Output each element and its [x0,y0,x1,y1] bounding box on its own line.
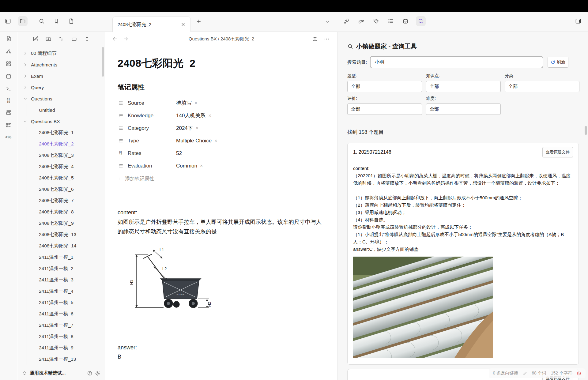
edit-mode-pencil-icon[interactable] [522,371,527,376]
checklist-icon[interactable] [6,122,12,128]
new-folder-icon[interactable] [45,36,51,42]
filter-select[interactable]: 全部 [426,103,501,115]
bookmarks-icon[interactable] [53,18,59,24]
calendar-icon[interactable] [6,73,12,79]
panel-scrollbar[interactable] [585,126,587,135]
Type[interactable]: 0110 Type Multiple Choice × [118,134,326,147]
refresh-button[interactable]: 刷新 [548,57,568,68]
tree-item[interactable]: 2411温州一模_3 [17,274,105,286]
tree-item[interactable]: 2411温州一模_4 [17,286,105,297]
tree-item[interactable]: 2411温州一模_1 [17,252,105,263]
help-icon[interactable] [87,371,92,376]
vault-switcher-icon[interactable] [22,371,27,376]
tree-item[interactable]: Questions [17,93,105,104]
filter-select[interactable]: 全部 [505,81,579,92]
tree-item[interactable]: 2408七彩阳光_5 [17,172,105,184]
tree-item[interactable]: 2408七彩阳光_1 [17,127,105,138]
tree-item[interactable]: 2408七彩阳光_3 [17,150,105,161]
left-sidebar-toggle-icon[interactable] [5,18,11,24]
tree-item[interactable]: 2408七彩阳光_7 [17,195,105,206]
property-value[interactable]: 140人机关系 [176,112,205,119]
property-remove-icon[interactable]: × [196,126,198,131]
tree-item[interactable]: 2408七彩阳光_13 [17,229,105,240]
question-search-input[interactable]: 小明 [370,56,543,68]
outgoing-links-icon[interactable] [358,18,364,24]
tree-item[interactable]: Exam [17,70,105,82]
new-tab-icon[interactable] [196,19,202,24]
tree-item[interactable]: 2411温州一模_5 [17,297,105,308]
new-note-icon[interactable] [32,36,39,42]
property-remove-icon[interactable]: × [200,163,203,169]
tree-item[interactable]: Questions BX [17,116,105,127]
calendar-check-icon[interactable] [402,18,409,24]
tree-item[interactable]: 2411温州一模_9 [17,342,105,354]
settings-gear-icon[interactable] [95,371,100,376]
tree-item[interactable]: Attachments [17,59,105,70]
property-remove-icon[interactable]: × [194,100,197,106]
file-search-icon[interactable] [6,36,12,42]
sync-error-icon[interactable] [577,371,581,376]
templater-icon[interactable]: <% [5,135,12,139]
search-icon[interactable] [39,18,45,24]
vault-name[interactable]: 通用技术精选试... [30,370,85,376]
query-search-icon[interactable] [416,16,426,26]
stack-icon[interactable] [71,36,77,42]
tree-item[interactable]: 2411温州一模_8 [17,331,105,342]
view-source-button[interactable]: 查看原题文件 [542,147,573,157]
property-remove-icon[interactable]: × [208,113,211,119]
tags-icon[interactable] [373,18,379,24]
property-value[interactable]: 52 [176,150,182,156]
files-icon[interactable] [18,16,28,26]
backlinks-count[interactable]: 0 条反向链接 [493,371,518,376]
tree-item[interactable]: 2408七彩阳光_9 [17,218,105,229]
backlinks-icon[interactable] [344,18,350,24]
property-value[interactable]: 待填写 [176,100,192,107]
collapse-all-icon[interactable] [84,36,90,42]
file-icon[interactable] [68,18,74,24]
tree-item[interactable]: 2411温州一模_2 [17,263,105,274]
sort-icon[interactable] [58,36,64,42]
property-value[interactable]: Common [176,163,197,169]
property-value[interactable]: Multiple Choice [176,138,212,144]
card-plus-icon[interactable] [6,110,12,116]
tab-active[interactable]: 2408七彩阳光_2 [112,17,191,32]
property-value[interactable]: 2024下 [176,125,193,132]
word-count[interactable]: 68 个词 [532,371,546,376]
filter-select[interactable]: 全部 [426,81,501,92]
reading-mode-icon[interactable] [312,36,318,42]
tree-item[interactable]: 2411温州一模_6 [17,308,105,320]
tab-close-icon[interactable] [181,22,186,27]
tree-item[interactable]: 2408七彩阳光_2 [17,138,105,150]
Source[interactable]: 0110 Source 待填写 × [118,97,326,109]
property-remove-icon[interactable]: × [214,138,217,144]
tree-item[interactable]: 2411温州一模_7 [17,320,105,331]
terminal-icon[interactable] [6,86,12,92]
binary-icon[interactable]: 0110 [7,98,10,103]
tree-item[interactable]: 00 编程细节 [17,48,105,59]
outline-icon[interactable] [388,18,394,24]
Knowledge[interactable]: 0110 Knowledge 140人机关系 × [118,109,326,122]
graph-view-icon[interactable] [6,48,12,54]
explorer-scrollbar[interactable] [102,47,104,77]
right-sidebar-toggle-icon[interactable] [575,18,581,24]
filter-select[interactable]: 全部 [347,81,422,92]
tree-item[interactable]: Untitled [17,104,105,116]
breadcrumb[interactable]: Questions BX / 2408七彩阳光_2 [189,36,254,42]
tree-item[interactable]: 2408七彩阳光_6 [17,184,105,195]
add-property-button[interactable]: 添加笔记属性 [118,176,326,182]
nav-forward-icon[interactable] [123,36,129,42]
tree-item[interactable]: 2411温州一模_13 [17,354,105,365]
tree-item[interactable]: 2408七彩阳光_4 [17,161,105,172]
char-count[interactable]: 152 个字符 [551,371,572,376]
tree-item[interactable]: Query [17,82,105,93]
more-options-icon[interactable] [324,36,330,42]
Rates[interactable]: 0110 Rates 52 × [118,147,326,160]
tree-item[interactable]: 2408七彩阳光_14 [17,240,105,252]
filter-select[interactable]: 全部 [347,103,422,115]
blocks-icon[interactable] [6,61,12,67]
nav-back-icon[interactable] [112,36,118,42]
Category[interactable]: 0110 Category 2024下 × [118,122,326,134]
Evaluation[interactable]: 0110 Evaluation Common × [118,160,326,172]
tab-list-chevron-icon[interactable] [325,19,330,24]
tree-item[interactable]: 2408七彩阳光_8 [17,206,105,218]
